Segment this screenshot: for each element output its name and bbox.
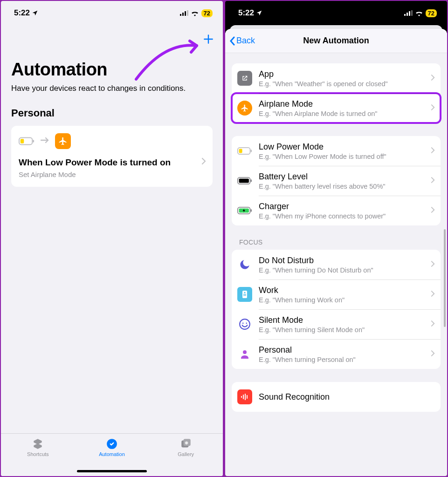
row-silent-mode[interactable]: Silent Mode E.g. "When turning Silent Mo… — [232, 309, 441, 339]
tab-automation[interactable]: Automation — [89, 437, 135, 457]
trigger-group-2: Low Power Mode E.g. "When Low Power Mode… — [232, 136, 441, 225]
row-subtitle: E.g. "When battery level rises above 50%… — [259, 183, 428, 190]
row-charger[interactable]: Charger E.g. "When my iPhone connects to… — [232, 196, 441, 225]
svg-rect-34 — [241, 396, 242, 398]
trigger-group-4: Sound Recognition — [232, 382, 441, 412]
moon-icon — [237, 257, 252, 272]
automation-card-title: When Low Power Mode is turned on — [19, 157, 205, 168]
back-button[interactable]: Back — [229, 36, 255, 46]
svg-rect-16 — [411, 10, 413, 16]
row-subtitle: E.g. "When Airplane Mode is turned on" — [259, 110, 428, 117]
sheet-navbar: Back New Automation — [225, 29, 447, 53]
svg-rect-7 — [33, 140, 34, 143]
row-title: Work — [259, 286, 428, 295]
page-subtitle: Have your devices react to changes in co… — [11, 83, 213, 94]
row-subtitle: E.g. "When "Weather" is opened or closed… — [259, 80, 428, 88]
row-title: Sound Recognition — [259, 392, 435, 402]
svg-rect-13 — [404, 14, 406, 16]
svg-rect-14 — [407, 13, 408, 16]
charger-icon — [237, 203, 252, 218]
svg-rect-18 — [250, 150, 252, 152]
back-label: Back — [236, 36, 255, 46]
svg-rect-15 — [409, 11, 410, 16]
automation-card[interactable]: When Low Power Mode is turned on Set Air… — [11, 126, 213, 187]
sheet-title: New Automation — [303, 36, 369, 46]
automation-icon — [105, 437, 118, 450]
svg-point-32 — [246, 323, 247, 324]
sheet-container: Back New Automation App E.g. "When "Weat… — [225, 21, 447, 476]
page-title: Automation — [11, 60, 213, 80]
wifi-icon — [191, 10, 199, 16]
trigger-group-1: App E.g. "When "Weather" is opened or cl… — [232, 63, 441, 123]
row-subtitle: E.g. "When Low Power Mode is turned off" — [259, 153, 428, 160]
tab-label: Shortcuts — [27, 451, 48, 457]
tab-label: Automation — [99, 451, 125, 457]
row-airplane-mode[interactable]: Airplane Mode E.g. "When Airplane Mode i… — [232, 93, 441, 123]
automation-card-subtitle: Set Airplane Mode — [19, 170, 205, 178]
sheet-body[interactable]: App E.g. "When "Weather" is opened or cl… — [225, 53, 447, 476]
status-time: 5:22 — [238, 8, 262, 18]
svg-rect-0 — [180, 14, 181, 16]
row-dnd[interactable]: Do Not Disturb E.g. "When turning Do Not… — [232, 250, 441, 279]
status-bar: 5:22 72 — [225, 1, 447, 21]
location-icon — [256, 10, 262, 16]
svg-rect-22 — [239, 179, 249, 183]
row-app[interactable]: App E.g. "When "Weather" is opened or cl… — [232, 63, 441, 93]
svg-point-33 — [243, 350, 247, 354]
svg-rect-29 — [243, 295, 246, 296]
svg-rect-28 — [243, 294, 246, 294]
row-personal[interactable]: Personal E.g. "When turning Personal on" — [232, 339, 441, 369]
svg-rect-2 — [185, 11, 186, 16]
svg-rect-36 — [245, 394, 246, 400]
card-icons — [19, 133, 205, 149]
row-subtitle: E.g. "When turning Do Not Disturb on" — [259, 266, 428, 274]
home-indicator[interactable] — [77, 470, 147, 472]
svg-rect-21 — [250, 179, 252, 182]
status-bar: 5:22 72 — [1, 1, 223, 21]
location-icon — [32, 10, 38, 16]
row-subtitle: E.g. "When turning Personal on" — [259, 356, 428, 363]
time-label: 5:22 — [238, 8, 254, 18]
row-subtitle: E.g. "When my iPhone connects to power" — [259, 212, 428, 220]
airplane-mode-icon — [55, 133, 71, 149]
tab-gallery[interactable]: Gallery — [163, 437, 209, 457]
sound-icon — [237, 389, 252, 404]
row-sound-recognition[interactable]: Sound Recognition — [232, 382, 441, 412]
scrollbar[interactable] — [444, 229, 446, 327]
tab-shortcuts[interactable]: Shortcuts — [14, 437, 61, 457]
add-automation-button[interactable] — [202, 32, 214, 49]
cellular-icon — [180, 10, 188, 16]
svg-rect-8 — [21, 139, 24, 143]
battery-level-icon — [237, 173, 252, 188]
svg-rect-37 — [247, 395, 248, 399]
plus-icon — [202, 33, 214, 45]
row-battery-level[interactable]: Battery Level E.g. "When battery level r… — [232, 166, 441, 196]
group-label-focus: FOCUS — [239, 238, 433, 246]
row-subtitle: E.g. "When turning Work on" — [259, 296, 428, 304]
battery-badge: 72 — [426, 9, 437, 17]
row-title: Do Not Disturb — [259, 256, 428, 266]
svg-rect-19 — [239, 149, 242, 153]
svg-point-30 — [240, 319, 250, 329]
row-title: Low Power Mode — [259, 142, 428, 152]
row-title: Personal — [259, 345, 428, 355]
tab-label: Gallery — [178, 451, 194, 457]
battery-badge: 72 — [201, 9, 213, 17]
gallery-icon — [179, 437, 193, 450]
chevron-left-icon — [229, 36, 235, 46]
arrow-icon — [40, 137, 49, 145]
shortcuts-icon — [31, 437, 44, 450]
row-title: App — [259, 69, 428, 79]
status-right-icons: 72 — [180, 9, 213, 17]
svg-point-27 — [244, 292, 245, 293]
row-low-power[interactable]: Low Power Mode E.g. "When Low Power Mode… — [232, 136, 441, 166]
row-work[interactable]: Work E.g. "When turning Work on" — [232, 279, 441, 309]
chevron-right-icon — [428, 350, 435, 359]
airplane-icon — [237, 101, 252, 116]
chevron-right-icon — [428, 74, 435, 83]
svg-point-31 — [242, 323, 244, 324]
status-time: 5:22 — [14, 8, 38, 18]
row-title: Battery Level — [259, 172, 428, 182]
wifi-icon — [415, 10, 423, 16]
low-power-icon — [19, 133, 34, 149]
